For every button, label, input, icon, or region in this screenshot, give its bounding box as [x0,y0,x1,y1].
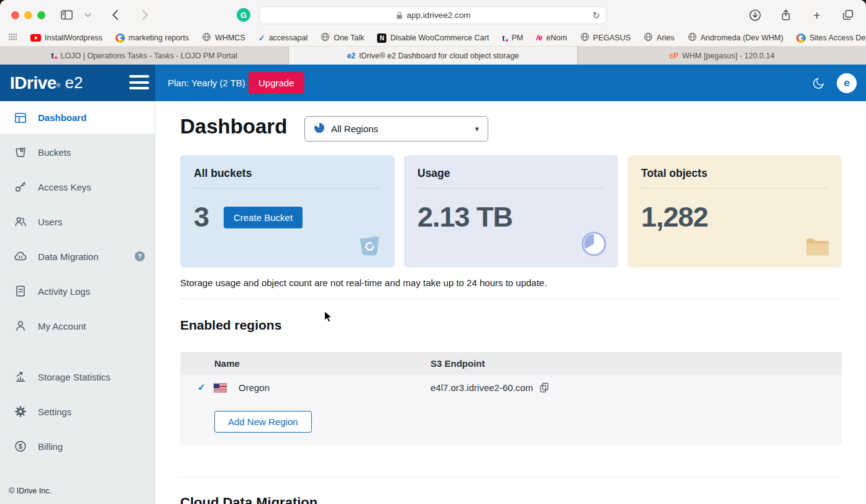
gear-icon [13,405,28,418]
key-icon [13,180,28,194]
check-icon: ✓ [198,382,206,393]
enabled-regions-heading: Enabled regions [180,318,281,333]
grammarly-icon[interactable]: G [237,8,250,22]
dashboard-icon [13,111,28,125]
s3-endpoint-value: e4l7.or3.idrivee2-60.com [431,382,533,393]
card-title: All buckets [194,167,381,180]
bookmarks-bar: InstallWordpress marketing reports WHMCS… [0,30,866,47]
divider [180,477,842,477]
back-icon[interactable] [107,7,123,23]
reload-icon[interactable]: ↻ [592,10,600,21]
upgrade-button[interactable]: Upgrade [248,72,304,94]
account-avatar[interactable]: e [837,73,857,93]
sidebar-item-storage-statistics[interactable]: Storage Statistics [0,359,155,394]
google-icon [116,34,125,43]
sidebar-item-my-account[interactable]: My Account [0,308,155,343]
region-selector-value: All Regions [331,124,378,134]
chevron-down-icon[interactable] [83,7,92,23]
dark-mode-icon[interactable] [810,75,826,91]
column-s3-endpoint: S3 Endpoint [431,358,485,369]
sidebar-item-settings[interactable]: Settings [0,394,155,429]
bookmark-item[interactable]: Aries [644,32,674,43]
sidebar: Dashboard Buckets Access Keys Users Data… [0,101,155,504]
svg-text:$: $ [19,443,22,450]
new-tab-icon[interactable]: + [809,7,825,23]
browser-window: G app.idrivee2.com ↻ + [0,0,866,504]
sidebar-item-data-migration[interactable]: Data Migration ? [0,239,155,274]
bookmark-item[interactable]: InstallWordpress [30,34,103,42]
menu-toggle-icon[interactable] [129,75,149,89]
enabled-regions-table: Name S3 Endpoint ✓ Oregon e4l7.or3.idriv… [180,352,842,445]
bookmark-item[interactable]: Andromeda (Dev WHM) [688,32,783,43]
lock-icon [396,11,403,20]
tab-lojo-pm[interactable]: t LOJO | Operations Tasks - Tasks - LOJO… [0,47,289,65]
address-bar[interactable]: app.idrivee2.com ↻ [259,6,607,24]
tab-bar: t LOJO | Operations Tasks - Tasks - LOJO… [0,47,866,65]
downloads-icon[interactable] [747,7,763,23]
fullscreen-button[interactable] [37,11,45,19]
forward-icon[interactable] [137,7,153,23]
person-icon [13,319,28,333]
usage-value: 2.13 TB [417,201,513,233]
sidebar-item-access-keys[interactable]: Access Keys [0,169,155,204]
bookmark-item[interactable]: /e eNom [536,34,567,42]
sidebar-item-buckets[interactable]: Buckets [0,135,155,169]
enom-icon: /e [536,34,542,42]
traffic-lights [11,11,45,19]
share-icon[interactable] [778,7,794,23]
youtube-icon [30,34,41,42]
apps-grid-icon[interactable] [9,34,17,42]
globe-icon [580,32,590,43]
url-text: app.idrivee2.com [407,11,471,20]
copy-icon[interactable] [539,382,549,393]
bookmark-item[interactable]: N Disable WooCommerce Cart [377,34,489,43]
close-button[interactable] [11,11,19,19]
check-icon: ✓ [258,34,265,43]
sidebar-item-billing[interactable]: $ Billing [0,429,155,464]
teamwork-icon: t [502,34,508,43]
sidebar-item-dashboard[interactable]: Dashboard [0,101,155,135]
tab-whm-pegasus[interactable]: cP WHM [pegasus] - 120.0.14 [578,47,866,65]
region-selector[interactable]: All Regions ▾ [304,116,488,142]
help-badge[interactable]: ? [135,251,145,261]
sidebar-item-activity-logs[interactable]: Activity Logs [0,274,155,308]
cloud-icon [13,250,28,263]
tab-idrive-e2[interactable]: e2 IDrive® e2 Dashboard for cloud object… [289,47,578,65]
card-title: Total objects [641,167,828,180]
us-flag-icon [214,384,227,392]
teamwork-icon: t [51,51,57,60]
bookmark-item[interactable]: t PM [502,34,523,43]
copyright-text: © IDrive Inc. [9,487,52,495]
app-header: IDrive®e2 Plan: Yearly (2 TB) Upgrade e [0,65,866,101]
card-total-objects: Total objects 1,282 [627,155,842,268]
region-globe-icon [314,122,325,135]
objects-count: 1,282 [641,201,708,233]
caret-down-icon: ▾ [475,124,479,133]
add-new-region-button[interactable]: Add New Region [214,411,312,433]
minimize-button[interactable] [24,11,32,19]
cpanel-icon: cP [669,52,678,60]
create-bucket-button[interactable]: Create Bucket [224,207,303,228]
globe-icon [321,32,330,43]
tab-overview-icon[interactable] [840,7,856,23]
buckets-count: 3 [194,201,209,233]
dollar-icon: $ [13,439,28,453]
card-all-buckets: All buckets 3 Create Bucket [180,155,394,268]
main-content: Dashboard All Regions ▾ All buckets 3 Cr… [155,101,866,504]
bookmark-item[interactable]: One Talk [321,32,364,43]
table-row: ✓ Oregon e4l7.or3.idrivee2-60.com [180,375,842,402]
table-header: Name S3 Endpoint [180,352,842,375]
pie-chart-icon [581,231,607,259]
card-usage: Usage 2.13 TB [404,155,618,268]
bookmark-item[interactable]: Sites Access Details [796,34,866,43]
bucket-illustration-icon [356,232,383,259]
bookmark-item[interactable]: marketing reports [116,34,189,43]
bookmark-item[interactable]: ✓ accessapal [258,34,308,43]
sidebar-item-users[interactable]: Users [0,204,155,239]
cloud-data-migration-heading: Cloud Data Migration [180,495,317,504]
sidebar-toggle-icon[interactable] [58,7,75,23]
bookmark-item[interactable]: PEGASUS [580,32,631,43]
bucket-icon [13,145,28,159]
page-title: Dashboard [180,115,287,138]
bookmark-item[interactable]: WHMCS [202,32,245,43]
